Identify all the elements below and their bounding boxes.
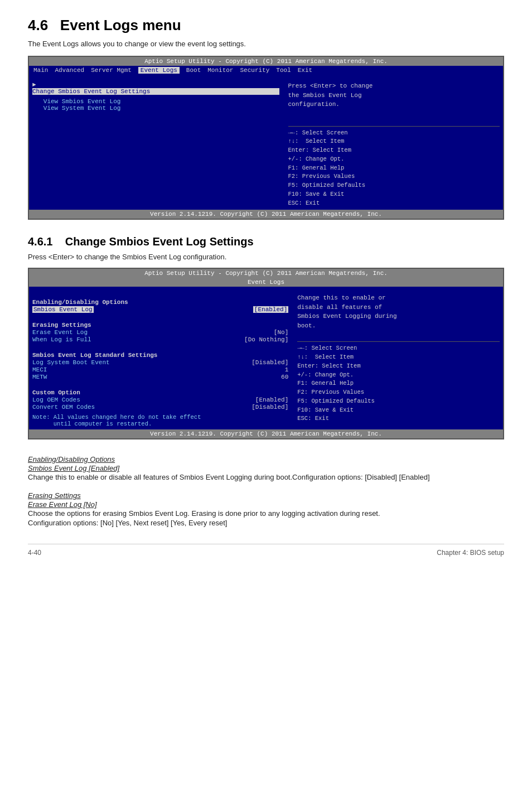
page-footer: 4-40 Chapter 4: BIOS setup bbox=[28, 544, 504, 557]
bios-footer-1: Version 2.14.1219. Copyright (C) 2011 Am… bbox=[29, 210, 503, 219]
desc-text-erase-config: Configuration options: [No] [Yes, Next r… bbox=[28, 519, 504, 527]
bios-menubar-1: Main Advanced Server Mgmt Event Logs Boo… bbox=[29, 66, 503, 75]
menu-security[interactable]: Security bbox=[240, 67, 269, 74]
desc-section-label-enabling: Enabling/Disabling Options bbox=[28, 455, 504, 463]
menu-exit[interactable]: Exit bbox=[298, 67, 312, 74]
bios-row-when-log-full[interactable]: When Log is Full [Do Nothing] bbox=[32, 336, 288, 343]
bios-row-log-oem-codes[interactable]: Log OEM Codes [Enabled] bbox=[32, 397, 288, 403]
menu-boot[interactable]: Boot bbox=[186, 67, 201, 74]
bios-key-help-1: →←: Select Screen ↑↓: Select Item Enter:… bbox=[288, 126, 500, 208]
bios-screen-1: Aptio Setup Utility - Copyright (C) 2011… bbox=[28, 56, 504, 220]
footer-chapter: Chapter 4: BIOS setup bbox=[437, 549, 504, 557]
desc-text-erase: Choose the options for erasing Smbios Ev… bbox=[28, 509, 504, 518]
menu-main[interactable]: Main bbox=[33, 67, 48, 74]
desc-block-erasing: Erasing Settings Erase Event Log [No] Ch… bbox=[28, 491, 504, 527]
subsection-description: Press <Enter> to change the Smbios Event… bbox=[28, 253, 504, 261]
bios-section-erasing: Erasing Settings bbox=[32, 315, 288, 328]
bios-section-custom: Custom Option bbox=[32, 383, 288, 396]
section-title: 4.6 Event Logs menu bbox=[28, 17, 504, 34]
desc-text-smbios: Change this to enable or disable all fea… bbox=[28, 473, 504, 481]
bios-right-panel-1: Press <Enter> to changethe Smbios Event … bbox=[285, 78, 500, 207]
bios-section-enabling: Enabling/Disabling Options bbox=[32, 292, 288, 306]
descriptions-section: Enabling/Disabling Options Smbios Event … bbox=[28, 455, 504, 527]
bios-left-panel-1: ► Change Smbios Event Log Settings View … bbox=[32, 78, 285, 207]
bios-row-log-system-boot[interactable]: Log System Boot Event [Disabled] bbox=[32, 359, 288, 366]
bios-footer-2: Version 2.14.1219. Copyright (C) 2011 Am… bbox=[29, 429, 503, 438]
bios-key-help-2: →←: Select Screen ↑↓: Select Item Enter:… bbox=[297, 341, 500, 423]
bios-screen-2: Aptio Setup Utility - Copyright (C) 2011… bbox=[28, 268, 504, 439]
bios-titlebar-2: Aptio Setup Utility - Copyright (C) 2011… bbox=[29, 269, 503, 278]
bios-note: Note: All values changed here do not tak… bbox=[32, 414, 288, 427]
bios-titlebar-1: Aptio Setup Utility - Copyright (C) 2011… bbox=[29, 57, 503, 66]
bios-section-standard: Smbios Event Log Standard Settings bbox=[32, 345, 288, 359]
bios-item-view-system[interactable]: View System Event Log bbox=[32, 105, 279, 112]
bios-left-panel-2: Enabling/Disabling Options Smbios Event … bbox=[32, 290, 294, 427]
bios-row-erase-event-log[interactable]: Erase Event Log [No] bbox=[32, 329, 288, 336]
section-description: The Event Logs allows you to change or v… bbox=[28, 40, 504, 48]
menu-advanced[interactable]: Advanced bbox=[55, 67, 84, 74]
bios-row-meci[interactable]: MECI 1 bbox=[32, 366, 288, 373]
desc-section-label-erasing: Erasing Settings bbox=[28, 491, 504, 500]
bios-titlebar-2b: Event Logs bbox=[29, 278, 503, 287]
bios-row-metw[interactable]: METW 60 bbox=[32, 374, 288, 380]
menu-server-mgmt[interactable]: Server Mgmt bbox=[91, 67, 132, 74]
menu-event-logs[interactable]: Event Logs bbox=[138, 67, 180, 74]
menu-tool[interactable]: Tool bbox=[276, 67, 291, 74]
bios-item-change-smbios[interactable]: ► Change Smbios Event Log Settings bbox=[32, 81, 279, 95]
bios-desc-2: Change this to enable ordisable all feat… bbox=[297, 293, 500, 330]
bios-row-convert-oem-codes[interactable]: Convert OEM Codes [Disabled] bbox=[32, 404, 288, 410]
footer-page-number: 4-40 bbox=[28, 549, 41, 557]
bios-body-1: ► Change Smbios Event Log Settings View … bbox=[29, 75, 503, 210]
bios-item-view-smbios[interactable]: View Smbios Event Log bbox=[32, 98, 279, 105]
subsection-title: 4.6.1 Change Smbios Event Log Settings bbox=[28, 235, 504, 248]
menu-monitor[interactable]: Monitor bbox=[207, 67, 233, 74]
bios-body-2: Enabling/Disabling Options Smbios Event … bbox=[29, 287, 503, 429]
bios-row-smbios-event-log[interactable]: Smbios Event Log [Enabled] bbox=[32, 306, 288, 313]
desc-block-enabling: Enabling/Disabling Options Smbios Event … bbox=[28, 455, 504, 481]
desc-item-label-erase: Erase Event Log [No] bbox=[28, 500, 504, 509]
bios-desc-1: Press <Enter> to changethe Smbios Event … bbox=[288, 81, 500, 109]
desc-item-label-smbios: Smbios Event Log [Enabled] bbox=[28, 464, 504, 472]
bios-right-panel-2: Change this to enable ordisable all feat… bbox=[294, 290, 500, 427]
